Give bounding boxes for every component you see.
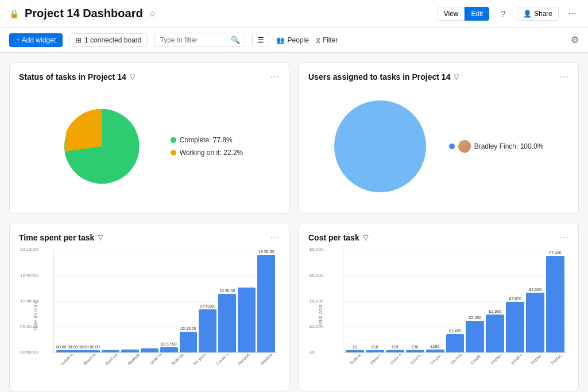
cost-bar [366,350,384,352]
time-filter-icon[interactable]: ▽ [98,234,103,242]
settings-button[interactable]: ⚙ [571,34,579,45]
filter-lines-icon: ☰ [257,36,264,44]
time-bar [180,332,198,352]
cost-bar [506,302,524,352]
cost-bar [466,321,484,352]
users-filter-icon[interactable]: ▽ [454,73,459,81]
top-bar-left: 🔒 Project 14 Dashboard ☆ [9,7,156,20]
cost-bar-value: £180 [431,344,440,348]
pie-filter-icon[interactable]: ▽ [130,73,135,81]
user-avatar [458,140,471,153]
users-widget-title: Users assigned to tasks in Project 14 ▽ [308,72,459,81]
search-icon: 🔍 [231,36,240,44]
time-widget-menu[interactable]: ··· [270,232,280,243]
cost-bar-value: £4,600 [529,288,541,292]
cost-widget-title: Cost per task ▽ [308,233,368,242]
users-widget-menu[interactable]: ··· [560,72,569,82]
top-bar-right: View Edit ? 👤 Share ··· [438,5,579,22]
cost-bar-group: £3,870 [506,250,524,352]
cost-bar-value: £30 [412,345,419,349]
cost-y5: £8,000 [310,247,323,252]
cost-y3: £4,000 [310,298,323,304]
time-bar-group: 02:13:00 [180,250,198,352]
cost-bar-value: £7,460 [549,251,561,255]
cost-bar-value: £0 [353,345,357,349]
time-bar-value: 00:00:00:00:00:00:00:00 [56,345,100,349]
cost-bar-group: £30 [406,250,424,352]
filter-input[interactable] [160,36,229,44]
time-bar [141,348,158,352]
pie-widget-header: Status of tasks in Project 14 ▽ ··· [19,72,280,82]
cost-y-axis-title: Total cost [318,305,323,327]
cost-bar [386,350,404,352]
lock-icon: 🔒 [9,9,19,18]
cost-bar-value: £10 [372,345,378,349]
more-button[interactable]: ··· [566,5,579,22]
time-bar-value: 19:28:00 [258,250,274,254]
cost-bar-value: £2,900 [489,309,501,313]
star-icon[interactable]: ☆ [149,9,156,18]
time-bar-value: 10:30:00 [219,289,235,293]
filter-options-button[interactable]: ☰ [252,33,269,47]
time-bar [102,350,119,352]
time-bar [199,309,216,352]
cost-widget: Cost per task ▽ ··· Total cost £8,000 £6… [299,223,579,391]
edit-button[interactable]: Edit [465,7,489,21]
time-bar-group [121,250,139,352]
complete-dot [171,137,176,143]
legend-item-working: Working on it: 22.2% [171,149,243,157]
cost-widget-header: Cost per task ▽ ··· [308,232,569,243]
time-chart-wrapper: Time tracking 22:13:20 16:40:00 11:06:40… [19,250,280,382]
users-chart-container: Bradley Finch: 100.0% [308,89,569,204]
filter-input-wrap: 🔍 [154,33,245,47]
view-edit-toggle: View Edit [438,7,489,21]
cost-filter-icon[interactable]: ▽ [363,234,368,242]
share-button[interactable]: 👤 Share [517,7,559,21]
cost-bar-group: £2,450 [466,250,484,352]
cost-bar-value: £2,450 [469,316,481,320]
time-bar [56,350,100,352]
time-bar-value: 07:43:00 [200,304,215,308]
cost-bar-group: £0 [346,250,364,352]
pie-chart-widget: Status of tasks in Project 14 ▽ ··· [9,62,289,214]
connected-board-button[interactable]: ⊞ 1 connected board [69,33,148,47]
cost-chart-wrapper: Total cost £8,000 £6,000 £4,000 £2,000 £… [308,250,569,382]
time-y4: 16:40:00 [20,273,38,278]
user-pie-circle [334,100,426,192]
filter-button[interactable]: ⧖ Filter [316,36,338,44]
cost-y1: £0 [310,350,315,355]
pie-widget-menu[interactable]: ··· [270,72,280,82]
time-bar-group [102,250,119,352]
cost-bar-group: £180 [426,250,444,352]
pie-legend: Complete: 77.8% Working on it: 22.2% [171,136,243,157]
users-widget: Users assigned to tasks in Project 14 ▽ … [299,62,579,214]
time-bar [160,347,178,352]
top-bar: 🔒 Project 14 Dashboard ☆ View Edit ? 👤 S… [0,0,588,28]
time-y-axis-title: Time tracking [33,300,38,331]
cost-bar-value: £15 [392,345,399,349]
people-button[interactable]: 👥 People [276,36,308,44]
cost-bar-group: £10 [366,250,384,352]
user-legend-item: Bradley Finch: 100.0% [449,140,544,153]
user-legend: Bradley Finch: 100.0% [449,140,544,153]
pie-chart [56,100,148,192]
time-bar-group: 00:00:00:00:00:00:00:00 [56,250,100,352]
time-bar [121,350,139,352]
view-button[interactable]: View [438,7,465,21]
time-bar-group: 00:17:00 [160,250,178,352]
user-icon: 👤 [523,10,532,18]
filter-icon: ⧖ [316,36,320,44]
time-bar-value: 00:17:00 [161,342,176,346]
cost-bar [486,315,504,352]
time-y1: 00:00:00 [20,350,38,355]
time-bar [238,288,256,352]
user-dot [449,143,455,149]
cost-widget-menu[interactable]: ··· [560,232,569,243]
time-bar-group: 07:43:00 [199,250,216,352]
time-widget-title: Time spent per task ▽ [19,233,103,242]
time-bar-group: 10:30:00 [218,250,236,352]
add-widget-button[interactable]: + Add widget [9,33,63,47]
pie-chart-container: Complete: 77.8% Working on it: 22.2% [19,89,280,204]
help-button[interactable]: ? [496,7,510,21]
time-bar [218,294,236,352]
